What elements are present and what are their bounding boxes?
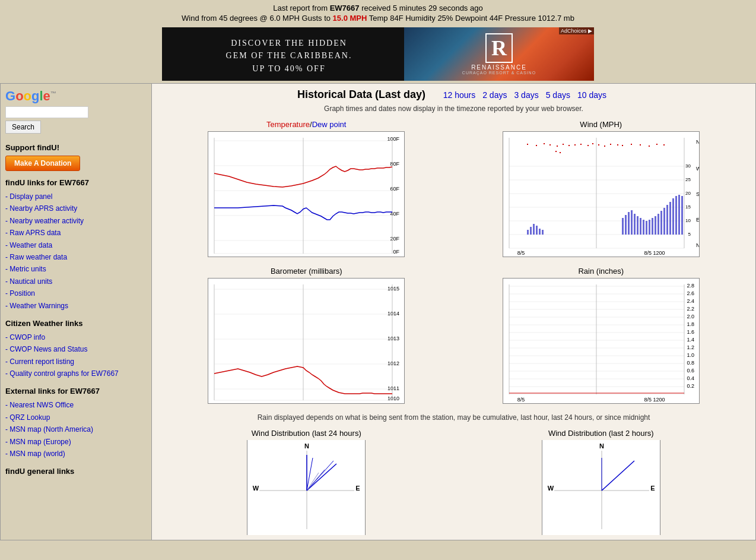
svg-rect-146 <box>247 440 365 535</box>
wind-chart-title: Wind (MPH) <box>503 120 700 129</box>
svg-rect-42 <box>527 144 528 145</box>
svg-text:20: 20 <box>685 191 691 196</box>
external-link-item[interactable]: - MSN map (Europe) <box>5 436 147 448</box>
external-link-item[interactable]: - Nearest NWS Office <box>5 399 147 411</box>
time-link[interactable]: 12 hours <box>443 90 475 100</box>
ad-banner[interactable]: DISCOVER THE HIDDEN GEM OF THE CARIBBEAN… <box>162 27 594 81</box>
svg-text:8/5 1200: 8/5 1200 <box>644 397 665 403</box>
search-button[interactable]: Search <box>5 121 41 134</box>
findu-link-item[interactable]: - Nearby weather activity <box>5 215 147 227</box>
donate-button[interactable]: Make A Donation <box>5 156 80 171</box>
svg-rect-0 <box>208 132 404 257</box>
svg-text:1.8: 1.8 <box>687 321 694 327</box>
search-input[interactable] <box>5 106 88 118</box>
wind-dist-24h-chart: N W E <box>247 440 366 535</box>
svg-rect-92 <box>208 279 404 403</box>
svg-text:80F: 80F <box>390 161 400 167</box>
svg-rect-76 <box>655 216 656 235</box>
svg-text:0.4: 0.4 <box>687 375 694 381</box>
svg-text:2.4: 2.4 <box>687 298 694 304</box>
wind-dist-row: Wind Distribution (last 24 hours) N W E <box>159 429 748 535</box>
svg-text:E: E <box>696 217 699 223</box>
citizen-link-item[interactable]: - Quality control graphs for EW7667 <box>5 368 147 379</box>
svg-text:W: W <box>548 485 554 492</box>
svg-text:20F: 20F <box>390 236 400 242</box>
compass-2h-svg: N W E <box>542 440 660 535</box>
findu-link-item[interactable]: - Raw APRS data <box>5 227 147 239</box>
rain-chart-container: Rain (inches) 2.8 2.6 2.4 2.2 2.0 1.8 <box>503 267 700 404</box>
svg-rect-79 <box>663 208 665 235</box>
findu-link-item[interactable]: - Nearby APRS activity <box>5 203 147 214</box>
findu-link-item[interactable]: - Display panel <box>5 191 147 203</box>
external-link-item[interactable]: - QRZ Lookup <box>5 412 147 423</box>
search-form: Search <box>5 106 147 134</box>
svg-rect-18 <box>503 132 699 257</box>
rain-note: Rain displayed depends on what is being … <box>159 413 748 422</box>
callsign: EW7667 <box>330 4 360 12</box>
svg-rect-158 <box>542 440 660 535</box>
rain-chart-title: Rain (inches) <box>503 267 700 276</box>
svg-rect-59 <box>640 144 641 145</box>
svg-rect-90 <box>539 229 541 235</box>
svg-rect-91 <box>542 230 544 235</box>
svg-text:N: N <box>696 139 699 145</box>
general-links-title: findU general links <box>5 467 147 476</box>
temp-label: Temperature <box>266 120 310 129</box>
time-link[interactable]: 2 days <box>482 90 507 100</box>
citizen-links-list: - CWOP info- CWOP News and Status- Curre… <box>5 331 147 380</box>
svg-text:8/5: 8/5 <box>517 250 525 256</box>
citizen-link-item[interactable]: - CWOP News and Status <box>5 343 147 355</box>
svg-text:W: W <box>253 485 259 492</box>
google-logo: Google™ <box>5 88 147 104</box>
content-header: Historical Data (Last day) 12 hours2 day… <box>159 88 748 101</box>
external-links-section: External links for EW7667 - Nearest NWS … <box>5 387 147 460</box>
findu-links-list: - Display panel- Nearby APRS activity- N… <box>5 191 147 312</box>
svg-text:1014: 1014 <box>387 311 399 317</box>
ad-sub: CURAÇAO RESORT & CASINO <box>462 71 536 75</box>
svg-text:1.0: 1.0 <box>687 352 694 358</box>
external-link-item[interactable]: - MSN map (world) <box>5 448 147 460</box>
baro-chart-container: Barometer (millibars) 1015 1014 1013 101… <box>208 267 405 404</box>
svg-rect-56 <box>617 144 618 145</box>
findu-link-item[interactable]: - Raw weather data <box>5 251 147 263</box>
svg-text:0.2: 0.2 <box>687 383 694 389</box>
time-link[interactable]: 5 days <box>546 90 570 100</box>
svg-rect-58 <box>631 144 632 145</box>
svg-text:0F: 0F <box>393 249 400 255</box>
svg-rect-70 <box>637 216 639 235</box>
svg-rect-83 <box>675 196 677 235</box>
wind-dist-24h-container: Wind Distribution (last 24 hours) N W E <box>247 429 366 535</box>
svg-text:30: 30 <box>685 163 691 169</box>
svg-rect-54 <box>604 145 605 147</box>
svg-rect-53 <box>598 144 599 145</box>
findu-link-item[interactable]: - Weather Warnings <box>5 300 147 312</box>
svg-rect-81 <box>669 202 671 235</box>
findu-link-item[interactable]: - Position <box>5 287 147 299</box>
citizen-link-item[interactable]: - Current report listing <box>5 356 147 368</box>
svg-rect-47 <box>563 144 564 145</box>
time-link[interactable]: 3 days <box>514 90 538 100</box>
svg-text:1.4: 1.4 <box>687 337 694 343</box>
svg-rect-51 <box>587 145 589 146</box>
svg-rect-86 <box>527 230 529 235</box>
svg-text:1012: 1012 <box>387 360 399 366</box>
external-links-title: External links for EW7667 <box>5 387 147 396</box>
wind-dist-24h-title: Wind Distribution (last 24 hours) <box>247 429 366 438</box>
findu-link-item[interactable]: - Weather data <box>5 239 147 251</box>
svg-text:2.2: 2.2 <box>687 306 694 312</box>
svg-rect-66 <box>625 215 627 235</box>
findu-link-item[interactable]: - Nautical units <box>5 276 147 287</box>
citizen-link-item[interactable]: - CWOP info <box>5 331 147 343</box>
svg-rect-55 <box>610 144 611 145</box>
time-link[interactable]: 10 days <box>577 90 606 100</box>
svg-rect-84 <box>678 195 680 235</box>
svg-text:1015: 1015 <box>387 286 399 292</box>
external-link-item[interactable]: - MSN map (North America) <box>5 423 147 435</box>
findu-link-item[interactable]: - Metric units <box>5 263 147 275</box>
svg-text:N: N <box>304 442 309 450</box>
svg-text:60F: 60F <box>390 186 400 192</box>
svg-text:1.6: 1.6 <box>687 329 694 335</box>
header-line1: Last report from EW7667 received 5 minut… <box>2 4 754 12</box>
svg-rect-85 <box>681 196 683 235</box>
wind-chart-container: Wind (MPH) N W S E N 30 <box>503 120 700 257</box>
